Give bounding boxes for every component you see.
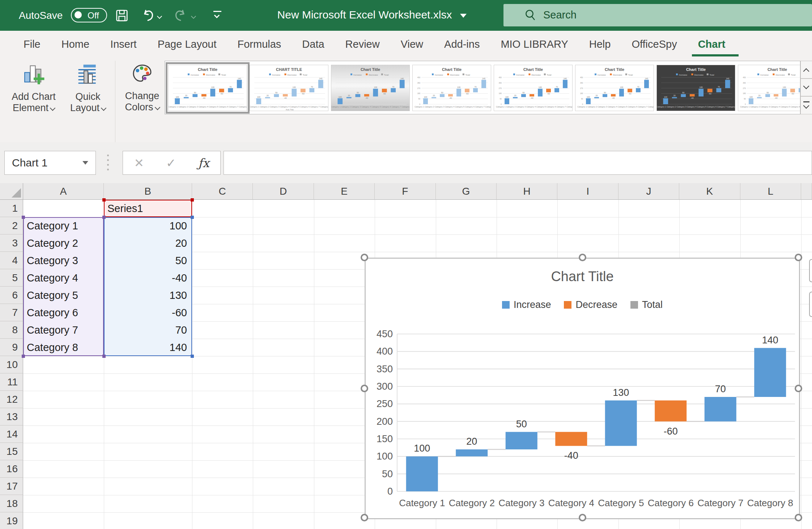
- gallery-more-button[interactable]: [800, 96, 812, 114]
- autosave-toggle[interactable]: Off: [71, 8, 107, 22]
- column-header-J[interactable]: J: [618, 183, 679, 200]
- row-header-17[interactable]: 17: [0, 478, 23, 495]
- undo-icon[interactable]: [140, 9, 155, 23]
- cell-A5[interactable]: Category 4: [23, 269, 104, 287]
- row-header-18[interactable]: 18: [0, 495, 23, 512]
- tab-data[interactable]: Data: [292, 31, 335, 58]
- row-header-16[interactable]: 16: [0, 460, 23, 478]
- bar-category-2[interactable]: [456, 449, 488, 456]
- select-all-button[interactable]: [0, 183, 23, 200]
- column-header-F[interactable]: F: [375, 183, 435, 200]
- column-header-A[interactable]: A: [23, 183, 104, 200]
- row-header-9[interactable]: 9: [0, 339, 23, 356]
- gallery-scroll-down-button[interactable]: [800, 79, 812, 96]
- chart-resize-handle[interactable]: [361, 254, 368, 261]
- range-handle[interactable]: [102, 216, 106, 219]
- tab-review[interactable]: Review: [335, 31, 390, 58]
- bar-category-3[interactable]: [506, 432, 537, 449]
- bar-category-4[interactable]: [555, 432, 587, 446]
- chart-style-thumbnail-4[interactable]: Chart TitleIncreaseDecreaseTotal09018027…: [412, 65, 491, 111]
- document-title-dropdown-icon[interactable]: [460, 14, 467, 18]
- row-header-11[interactable]: 11: [0, 373, 23, 391]
- row-header-7[interactable]: 7: [0, 304, 23, 321]
- range-handle[interactable]: [191, 216, 194, 219]
- chart-resize-handle[interactable]: [361, 385, 368, 392]
- cell-B4[interactable]: 50: [104, 252, 192, 269]
- tab-officespy[interactable]: OfficeSpy: [621, 31, 687, 58]
- column-header-L[interactable]: L: [740, 183, 801, 200]
- cell-A7[interactable]: Category 6: [23, 304, 104, 321]
- chart-resize-handle[interactable]: [795, 254, 802, 261]
- tab-home[interactable]: Home: [51, 31, 100, 58]
- cell-B2[interactable]: 100: [104, 217, 192, 234]
- row-header-2[interactable]: 2: [0, 217, 23, 234]
- tab-insert[interactable]: Insert: [100, 31, 147, 58]
- range-handle[interactable]: [22, 216, 25, 219]
- legend-item-total[interactable]: Total: [630, 299, 663, 310]
- range-handle[interactable]: [191, 355, 194, 358]
- cancel-icon[interactable]: ✕: [134, 156, 144, 170]
- bar-category-7[interactable]: [705, 397, 736, 422]
- insert-function-icon[interactable]: ƒx: [198, 156, 209, 170]
- chart-elements-button[interactable]: [809, 259, 812, 282]
- cell-B8[interactable]: 70: [104, 321, 192, 339]
- cell-A3[interactable]: Category 2: [23, 234, 104, 252]
- undo-dropdown-icon[interactable]: [157, 14, 162, 19]
- row-header-13[interactable]: 13: [0, 408, 23, 426]
- name-box-dropdown-icon[interactable]: [82, 161, 88, 165]
- tab-view[interactable]: View: [390, 31, 434, 58]
- range-handle[interactable]: [22, 355, 25, 358]
- column-header-I[interactable]: I: [557, 183, 618, 200]
- cell-B6[interactable]: 130: [104, 287, 192, 304]
- chart-title[interactable]: Chart Title: [366, 269, 799, 284]
- cell-A4[interactable]: Category 3: [23, 252, 104, 269]
- cell-B1[interactable]: Series1: [104, 200, 192, 217]
- tab-file[interactable]: File: [13, 31, 51, 58]
- chart-legend[interactable]: IncreaseDecreaseTotal: [366, 299, 799, 310]
- chart-style-thumbnail-8[interactable]: Chart TitleIncreaseDecreaseTotal09018027…: [738, 65, 800, 111]
- save-icon[interactable]: [115, 9, 129, 22]
- row-header-15[interactable]: 15: [0, 443, 23, 460]
- row-header-12[interactable]: 12: [0, 391, 23, 408]
- tab-chart[interactable]: Chart: [688, 31, 736, 58]
- chart-resize-handle[interactable]: [361, 514, 368, 521]
- bar-category-5[interactable]: [605, 401, 637, 446]
- chart-resize-handle[interactable]: [579, 514, 586, 521]
- tab-add-ins[interactable]: Add-ins: [434, 31, 490, 58]
- range-handle[interactable]: [102, 355, 106, 358]
- formula-input[interactable]: [224, 151, 812, 175]
- legend-item-decrease[interactable]: Decrease: [564, 299, 617, 310]
- range-handle[interactable]: [191, 198, 194, 202]
- tab-formulas[interactable]: Formulas: [227, 31, 292, 58]
- range-handle[interactable]: [102, 198, 106, 202]
- chart-style-thumbnail-6[interactable]: Chart TitleIncreaseDecreaseTotal09018027…: [575, 65, 654, 111]
- chart-style-thumbnail-7[interactable]: Chart TitleIncreaseDecreaseTotal1002050-…: [656, 65, 735, 111]
- row-header-10[interactable]: 10: [0, 356, 23, 373]
- column-header-H[interactable]: H: [497, 183, 557, 200]
- chart-style-thumbnail-1[interactable]: Chart TitleIncreaseDecreaseTotal1002050-…: [168, 65, 247, 111]
- bar-category-8[interactable]: [754, 348, 786, 397]
- cell-B7[interactable]: -60: [104, 304, 192, 321]
- cell-A2[interactable]: Category 1: [23, 217, 104, 234]
- chart-resize-handle[interactable]: [795, 385, 802, 392]
- row-header-6[interactable]: 6: [0, 287, 23, 304]
- legend-item-increase[interactable]: Increase: [502, 299, 551, 310]
- row-header-4[interactable]: 4: [0, 252, 23, 269]
- enter-icon[interactable]: ✓: [166, 156, 176, 170]
- tab-help[interactable]: Help: [579, 31, 621, 58]
- chart-style-thumbnail-3[interactable]: Chart TitleIncreaseDecreaseTotal1002050-…: [331, 65, 410, 111]
- bar-category-1[interactable]: [406, 456, 438, 491]
- tab-page-layout[interactable]: Page Layout: [147, 31, 227, 58]
- row-header-1[interactable]: 1: [0, 200, 23, 217]
- row-header-5[interactable]: 5: [0, 269, 23, 287]
- chart-styles-button[interactable]: [809, 292, 812, 317]
- waterfall-chart[interactable]: 050100150200250300350400450100Category 1…: [365, 258, 800, 519]
- column-header-K[interactable]: K: [679, 183, 740, 200]
- cell-A8[interactable]: Category 7: [23, 321, 104, 339]
- column-header-C[interactable]: C: [192, 183, 253, 200]
- bar-category-6[interactable]: [655, 401, 686, 422]
- cell-B9[interactable]: 140: [104, 339, 192, 356]
- customize-qat-icon[interactable]: [213, 11, 221, 17]
- row-header-8[interactable]: 8: [0, 321, 23, 339]
- column-header-D[interactable]: D: [253, 183, 314, 200]
